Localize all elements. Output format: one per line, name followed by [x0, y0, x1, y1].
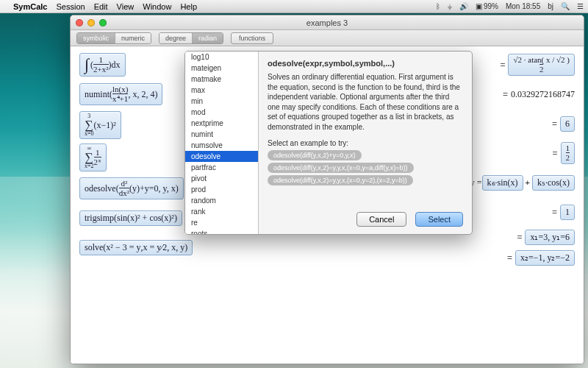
mode-symbolic[interactable]: symbolic: [77, 33, 115, 43]
function-item-prod[interactable]: prod: [185, 184, 258, 195]
battery-status[interactable]: ▣ 99%: [476, 2, 498, 10]
menu-view[interactable]: View: [117, 2, 135, 11]
equals-sign: =: [500, 60, 505, 70]
menu-window[interactable]: Window: [143, 2, 171, 11]
notification-center-icon[interactable]: ☰: [577, 2, 584, 10]
function-item-min[interactable]: min: [185, 96, 258, 107]
function-list[interactable]: log10mateigenmatmakemaxminmodnextprimenu…: [185, 52, 259, 234]
minimize-icon[interactable]: [87, 19, 95, 26]
expr-trigsimp[interactable]: trigsimp(sin(x)² + cos(x)²): [79, 210, 182, 226]
example-1[interactable]: odesolve(diff(y,x,2)+y=0,y,x): [268, 150, 362, 160]
function-item-mateigen[interactable]: mateigen: [185, 63, 258, 74]
zoom-icon[interactable]: [99, 19, 107, 26]
function-description: Solves an ordinary differential equation…: [268, 72, 463, 132]
expr-solve[interactable]: solve(x² − 3 = y, x = y⁄2, x, y): [79, 240, 193, 255]
cancel-button[interactable]: Cancel: [356, 212, 406, 227]
toolbar: symbolic numeric degree radian functions: [71, 30, 584, 46]
titlebar[interactable]: examples 3: [71, 15, 584, 30]
functions-popover: log10mateigenmatmakemaxminmodnextprimenu…: [184, 51, 473, 235]
examples: odesolve(diff(y,x,2)+y=0,y,x) odesolve(d…: [268, 150, 463, 185]
menu-session[interactable]: Session: [56, 2, 85, 11]
volume-icon[interactable]: 🔊: [459, 2, 468, 10]
function-item-pivot[interactable]: pivot: [185, 173, 258, 184]
workspace: ∫ (12+x²) dx numint( ln(x)x⁴+1 , x, 2, 4…: [71, 46, 584, 364]
function-item-matmake[interactable]: matmake: [185, 74, 258, 85]
result-odesolve-a[interactable]: k₆·sin(x): [482, 175, 523, 191]
clock[interactable]: Mon 18:55: [506, 2, 540, 10]
functions-button[interactable]: functions: [231, 32, 273, 44]
result-sum-finite[interactable]: 6: [560, 116, 575, 132]
function-item-log10[interactable]: log10: [185, 52, 258, 63]
function-item-re[interactable]: re: [185, 217, 258, 228]
examples-label: Select an example to try:: [268, 139, 463, 147]
expr-odesolve[interactable]: odesolve( d²dx² (y)+y=0, y, x): [79, 177, 184, 199]
app-window: examples 3 symbolic numeric degree radia…: [70, 15, 584, 364]
expr-sum-finite[interactable]: 3∑x=0 (x−1)²: [79, 111, 121, 139]
app-menu[interactable]: SymCalc: [13, 2, 47, 11]
function-item-mod[interactable]: mod: [185, 107, 258, 118]
mode-segment: symbolic numeric: [76, 32, 151, 44]
function-signature: odesolve(expr,symbol,symbol,...): [268, 59, 463, 68]
result-trigsimp[interactable]: 1: [560, 205, 575, 220]
function-item-partfrac[interactable]: partfrac: [185, 162, 258, 173]
mode-numeric[interactable]: numeric: [115, 33, 151, 43]
window-title: examples 3: [71, 18, 584, 27]
result-integral[interactable]: √2 · atan( x / √2 )2: [508, 54, 575, 76]
expr-integral[interactable]: ∫ (12+x²) dx: [79, 53, 126, 77]
menu-help[interactable]: Help: [180, 2, 197, 11]
example-2[interactable]: odesolve(diff(y,x,2)=y,y,x,(x=0,y=a,diff…: [268, 163, 414, 173]
spotlight-icon[interactable]: 🔍: [561, 2, 570, 10]
expr-sum-infinite[interactable]: ∞∑x=2 12ˣ: [79, 144, 107, 171]
result-odesolve-b[interactable]: k₅·cos(x): [532, 175, 575, 191]
user-menu[interactable]: bj: [548, 2, 553, 10]
angle-segment: degree radian: [159, 32, 223, 44]
function-item-rank[interactable]: rank: [185, 206, 258, 217]
function-doc: odesolve(expr,symbol,symbol,...) Solves …: [259, 52, 472, 234]
menu-edit[interactable]: Edit: [94, 2, 108, 11]
function-item-numint[interactable]: numint: [185, 129, 258, 140]
function-item-max[interactable]: max: [185, 85, 258, 96]
function-item-odesolve[interactable]: odesolve: [185, 151, 258, 162]
result-solve-2[interactable]: x₂=−1, y₂=−2: [515, 250, 575, 266]
integral-sign: ∫: [85, 55, 89, 74]
function-item-nextprime[interactable]: nextprime: [185, 118, 258, 129]
result-numint: 0.0329272168747: [511, 89, 575, 100]
angle-degree[interactable]: degree: [159, 33, 192, 43]
battery-percent: 99%: [484, 2, 498, 10]
function-item-roots[interactable]: roots: [185, 228, 258, 234]
result-sum-infinite[interactable]: 12: [561, 142, 576, 164]
menubar: SymCalc Session Edit View Window Help ᛒ …: [0, 0, 588, 13]
function-item-random[interactable]: random: [185, 195, 258, 206]
expr-numint[interactable]: numint( ln(x)x⁴+1 , x, 2, 4): [79, 83, 162, 105]
angle-radian[interactable]: radian: [192, 33, 223, 43]
bluetooth-icon[interactable]: ᛒ: [436, 2, 440, 10]
result-solve-1[interactable]: x₁=3, y₁=6: [525, 230, 575, 245]
wifi-icon[interactable]: ⏚: [448, 2, 452, 10]
close-icon[interactable]: [76, 19, 83, 26]
select-button[interactable]: Select: [415, 212, 463, 227]
function-item-numsolve[interactable]: numsolve: [185, 140, 258, 151]
example-3[interactable]: odesolve(diff(y,x,2)=y,y,x,(x=0,y=2),(x=…: [268, 175, 413, 185]
